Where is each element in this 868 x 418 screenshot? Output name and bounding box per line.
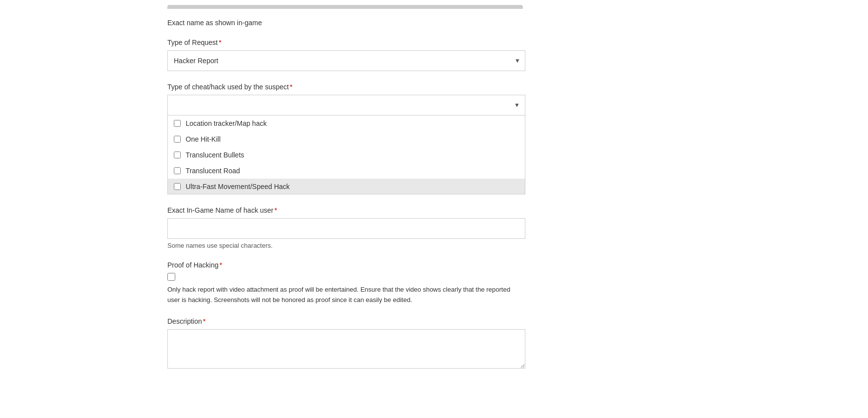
cheat-checkbox-4[interactable]: [174, 167, 181, 174]
cheat-option-4-label: Translucent Road: [186, 167, 240, 175]
type-of-cheat-field-group: Type of cheat/hack used by the suspect* …: [167, 83, 523, 194]
exact-name-field-group: Exact name as shown in-game: [167, 19, 523, 27]
top-bar: [167, 5, 523, 9]
cheat-checkbox-1[interactable]: [174, 120, 181, 127]
cheat-option-4[interactable]: Translucent Road: [168, 163, 525, 179]
type-of-request-label: Type of Request*: [167, 38, 523, 46]
type-of-request-select[interactable]: Hacker Report Bug Report Other: [167, 50, 525, 71]
exact-name-hack-field-group: Exact In-Game Name of hack user* Some na…: [167, 206, 523, 249]
cheat-option-5[interactable]: Ultra-Fast Movement/Speed Hack: [168, 179, 525, 194]
form-wrapper: Exact name as shown in-game Type of Requ…: [158, 0, 533, 402]
cheat-checkbox-2[interactable]: [174, 136, 181, 143]
description-label: Description*: [167, 317, 523, 325]
description-field-group: Description*: [167, 317, 523, 370]
cheat-option-3[interactable]: Translucent Bullets: [168, 147, 525, 163]
special-chars-note: Some names use special characters.: [167, 242, 523, 249]
cheat-checkbox-5[interactable]: [174, 183, 181, 190]
type-of-cheat-label: Type of cheat/hack used by the suspect*: [167, 83, 523, 91]
description-textarea[interactable]: [167, 329, 525, 369]
proof-of-hacking-label: Proof of Hacking*: [167, 261, 523, 269]
cheat-dropdown-list: Location tracker/Map hack One Hit-Kill T…: [167, 115, 525, 194]
type-of-request-select-wrapper: Hacker Report Bug Report Other ▼: [167, 50, 525, 71]
proof-checkbox-wrapper: [167, 273, 523, 281]
exact-name-hack-input[interactable]: [167, 218, 525, 239]
proof-checkbox[interactable]: [167, 273, 175, 281]
type-of-request-field-group: Type of Request* Hacker Report Bug Repor…: [167, 38, 523, 71]
page-container: Exact name as shown in-game Type of Requ…: [0, 0, 868, 418]
cheat-dropdown-container: ▼ Location tracker/Map hack One Hit-Kill…: [167, 95, 525, 194]
cheat-checkbox-3[interactable]: [174, 152, 181, 158]
cheat-option-2[interactable]: One Hit-Kill: [168, 131, 525, 147]
cheat-dropdown-arrow: ▼: [514, 102, 520, 109]
cheat-option-1-label: Location tracker/Map hack: [186, 119, 267, 127]
exact-name-label: Exact name as shown in-game: [167, 19, 523, 27]
proof-of-hacking-field-group: Proof of Hacking* Only hack report with …: [167, 261, 523, 305]
cheat-option-2-label: One Hit-Kill: [186, 135, 221, 143]
cheat-option-1[interactable]: Location tracker/Map hack: [168, 115, 525, 131]
proof-description: Only hack report with video attachment a…: [167, 285, 523, 305]
cheat-dropdown-trigger[interactable]: ▼: [167, 95, 525, 115]
cheat-option-3-label: Translucent Bullets: [186, 151, 244, 159]
cheat-option-5-label: Ultra-Fast Movement/Speed Hack: [186, 183, 290, 190]
exact-name-hack-label: Exact In-Game Name of hack user*: [167, 206, 523, 214]
